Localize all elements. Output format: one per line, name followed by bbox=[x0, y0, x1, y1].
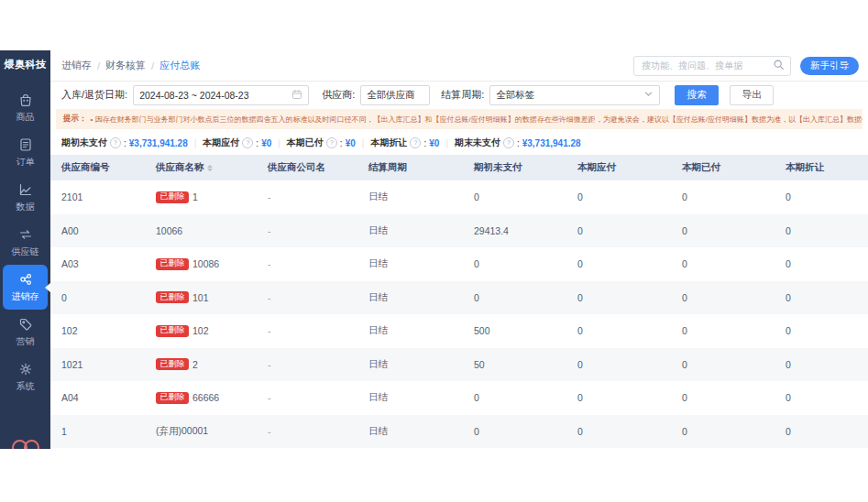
sidebar-item-goods[interactable]: 商品 bbox=[3, 85, 48, 130]
col-supplier-code: 供应商编号 bbox=[50, 155, 145, 180]
summary-value: ¥0 bbox=[429, 138, 439, 148]
cell-period-discount: 0 bbox=[775, 348, 868, 382]
notice-bar: 提示： • 因存在财务部门与业务部门对小数点后三位的数据四舍五入的标准以及时间口… bbox=[56, 109, 863, 129]
sidebar-item-system[interactable]: 系统 bbox=[3, 355, 48, 399]
summary-opening-unpaid: 期初未支付 ?: ¥3,731,941.28 bbox=[61, 136, 188, 149]
cell-settlement-cycle: 日结 bbox=[357, 415, 463, 449]
sidebar-item-supply-chain[interactable]: 供应链 bbox=[3, 220, 48, 265]
supplier-name-text: 102 bbox=[192, 325, 209, 336]
table-row[interactable]: 1021已删除2-日结50000 bbox=[50, 348, 868, 382]
table-row[interactable]: A0010066-日结29413.4000 bbox=[50, 214, 868, 248]
help-icon[interactable]: ? bbox=[410, 137, 421, 148]
cell-supplier-name: 已删除10086 bbox=[145, 247, 257, 281]
summary-separator: | bbox=[362, 138, 365, 148]
search-button[interactable]: 搜索 bbox=[675, 85, 719, 105]
sidebar-item-label: 进销存 bbox=[12, 290, 39, 303]
sidebar-item-label: 系统 bbox=[16, 380, 35, 393]
supplier-input[interactable] bbox=[360, 85, 430, 105]
sidebar-item-label: 营销 bbox=[16, 335, 35, 348]
summary-separator: | bbox=[194, 138, 197, 148]
sort-icon[interactable] bbox=[207, 165, 213, 171]
cell-period-paid: 0 bbox=[671, 381, 775, 415]
cell-period-discount: 0 bbox=[775, 214, 868, 248]
cell-opening-unpaid: 500 bbox=[463, 314, 566, 348]
cell-opening-unpaid: 0 bbox=[463, 381, 566, 415]
deleted-badge: 已删除 bbox=[156, 358, 189, 370]
cell-supplier-code: A04 bbox=[50, 381, 145, 415]
sidebar-item-inventory[interactable]: 进销存 bbox=[3, 265, 48, 310]
table-header: 供应商编号 供应商名称 供应商公司名 结算周期 期初未支付 本期应付 本期已付 … bbox=[50, 155, 868, 180]
col-period-paid: 本期已付 bbox=[671, 155, 775, 180]
export-button[interactable]: 导出 bbox=[730, 85, 774, 105]
cell-company-name: - bbox=[257, 381, 357, 415]
cell-period-payable: 0 bbox=[566, 381, 671, 415]
app-logo: 煨奥科技 bbox=[0, 50, 50, 78]
inventory-icon bbox=[17, 271, 34, 288]
cell-supplier-name: 10066 bbox=[145, 214, 257, 248]
deleted-badge: 已删除 bbox=[156, 291, 189, 303]
col-supplier-name[interactable]: 供应商名称 bbox=[145, 155, 257, 180]
cell-company-name: - bbox=[257, 180, 357, 214]
cycle-select[interactable]: 全部标签 bbox=[489, 85, 660, 105]
deleted-badge: 已删除 bbox=[156, 325, 189, 337]
help-icon[interactable]: ? bbox=[326, 137, 337, 148]
col-opening-unpaid: 期初未支付 bbox=[463, 155, 566, 180]
col-company-name: 供应商公司名 bbox=[257, 155, 357, 180]
breadcrumb-inventory[interactable]: 进销存 bbox=[61, 59, 92, 72]
help-icon[interactable]: ? bbox=[110, 137, 121, 148]
cell-period-payable: 0 bbox=[566, 314, 671, 348]
breadcrumb-finance[interactable]: 财务核算 bbox=[105, 59, 146, 72]
breadcrumb-payable-ledger: 应付总账 bbox=[159, 59, 200, 72]
cell-period-paid: 0 bbox=[671, 415, 775, 449]
cell-period-discount: 0 bbox=[775, 281, 868, 315]
cell-period-payable: 0 bbox=[566, 348, 671, 382]
cell-period-payable: 0 bbox=[566, 415, 671, 449]
search-input[interactable] bbox=[640, 60, 769, 71]
table-body: 2101已删除1-日结0000A0010066-日结29413.4000A03已… bbox=[50, 180, 868, 449]
table-row[interactable]: 1(弃用)00001-日结0000 bbox=[50, 415, 868, 449]
table-row[interactable]: 0已删除101-日结0000 bbox=[50, 281, 868, 315]
cell-opening-unpaid: 29413.4 bbox=[463, 214, 566, 248]
cell-settlement-cycle: 日结 bbox=[357, 180, 463, 214]
customer-service-icon[interactable] bbox=[12, 440, 39, 449]
help-icon[interactable]: ? bbox=[503, 137, 514, 148]
search-icon[interactable] bbox=[773, 58, 785, 74]
table-row[interactable]: 102已删除102-日结500000 bbox=[50, 314, 868, 348]
table-row[interactable]: A04已删除66666-日结0000 bbox=[50, 381, 868, 415]
date-range-value: 2024-08-23 ~ 2024-08-23 bbox=[139, 90, 248, 101]
cell-period-discount: 0 bbox=[775, 180, 868, 214]
summary-value: ¥0 bbox=[261, 138, 271, 148]
cell-company-name: - bbox=[257, 348, 357, 382]
top-bar: 进销存 / 财务核算 / 应付总账 新手引导 bbox=[50, 50, 868, 82]
sidebar-item-marketing[interactable]: 营销 bbox=[3, 310, 48, 355]
order-doc-icon bbox=[17, 136, 34, 153]
top-right-group: 新手引导 bbox=[633, 56, 859, 76]
summary-period-paid: 本期已付 ?: ¥0 bbox=[287, 136, 356, 149]
help-icon[interactable]: ? bbox=[242, 137, 253, 148]
cell-supplier-name: (弃用)00001 bbox=[145, 415, 257, 449]
cell-supplier-name: 已删除2 bbox=[145, 348, 257, 382]
cell-opening-unpaid: 0 bbox=[463, 281, 566, 315]
summary-separator: | bbox=[445, 138, 448, 148]
cell-settlement-cycle: 日结 bbox=[357, 314, 463, 348]
summary-value: ¥0 bbox=[346, 138, 356, 148]
table-row[interactable]: 2101已删除1-日结0000 bbox=[50, 180, 868, 214]
sidebar-item-orders[interactable]: 订单 bbox=[3, 130, 48, 175]
cell-supplier-code: 1 bbox=[50, 415, 145, 449]
cell-period-paid: 0 bbox=[671, 314, 775, 348]
cell-company-name: - bbox=[257, 314, 357, 348]
screen: 煨奥科技 商品 bbox=[0, 0, 868, 502]
table-row[interactable]: A03已删除10086-日结0000 bbox=[50, 247, 868, 281]
cell-settlement-cycle: 日结 bbox=[357, 214, 463, 248]
breadcrumb-separator: / bbox=[151, 60, 154, 71]
cell-opening-unpaid: 0 bbox=[463, 180, 566, 214]
cell-company-name: - bbox=[257, 415, 357, 449]
supplier-filter-label: 供应商: bbox=[322, 88, 355, 102]
sidebar: 煨奥科技 商品 bbox=[0, 50, 50, 449]
beginner-guide-button[interactable]: 新手引导 bbox=[800, 57, 859, 75]
supplier-name-text: 2 bbox=[192, 359, 198, 370]
sidebar-item-label: 数据 bbox=[16, 201, 35, 213]
sidebar-item-data[interactable]: 数据 bbox=[3, 175, 48, 220]
date-range-input[interactable]: 2024-08-23 ~ 2024-08-23 bbox=[133, 85, 309, 105]
chevron-down-icon bbox=[643, 89, 654, 101]
